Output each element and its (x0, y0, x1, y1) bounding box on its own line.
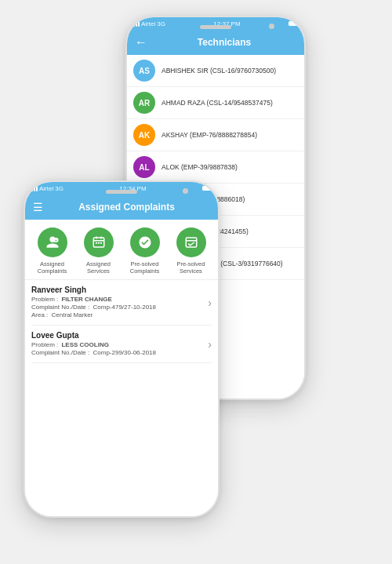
tech-name-1: ABHISHEK SIR (CSL-16/9760730500) (162, 67, 276, 75)
back-header-title: Technicians (152, 37, 296, 48)
tech-item-3[interactable]: AK AKSHAY (EMP-76/8888278854) (127, 119, 304, 151)
front-signal-bar-3 (36, 186, 38, 191)
phone-camera (269, 24, 274, 29)
icon-row: + Assigned Complaints Assigned Services … (25, 220, 218, 279)
front-carrier-label: Airtel (39, 185, 53, 192)
front-battery-icon (202, 186, 212, 191)
tech-item-4[interactable]: AL ALOK (EMP-39/9887838) (127, 151, 304, 184)
tech-item-2[interactable]: AR AHMAD RAZA (CSL-14/9548537475) (127, 87, 304, 119)
front-signal-area: Airtel 3G (31, 185, 64, 192)
complaint-item-2[interactable]: Lovee Gupta Problem : LESS COOLING Compl… (31, 326, 212, 363)
battery-fill (289, 22, 296, 25)
svg-point-8 (100, 242, 101, 244)
complaint-no-label-2: Complaint No./Date : (31, 349, 89, 356)
signal-bar-3 (138, 21, 140, 27)
complaint-arrow-2: › (208, 338, 212, 351)
tech-avatar-3: AK (133, 124, 155, 146)
signal-bars (133, 20, 140, 27)
svg-text:+: + (55, 238, 57, 242)
front-signal-bar-1 (31, 189, 33, 191)
svg-point-6 (95, 242, 96, 244)
complaint-no-1: Complaint No./Date : Comp-479/27-10-2018 (31, 304, 212, 311)
icon-label-3: Pre-solved Complaints (122, 260, 168, 275)
problem-label-2: Problem : (31, 341, 58, 348)
icon-col-3[interactable]: Pre-solved Complaints (122, 227, 168, 275)
tech-name-4: ALOK (EMP-39/9887838) (162, 163, 238, 171)
svg-point-7 (97, 242, 99, 244)
tech-avatar-4: AL (133, 156, 155, 178)
icon-label-1: Assigned Complaints (29, 260, 75, 275)
problem-value-1: FILTER CHANGE (61, 296, 111, 303)
complaint-arrow-1: › (208, 297, 212, 309)
tech-avatar-2: AR (133, 92, 155, 114)
complaint-no-value-2: Comp-299/30-06-2018 (93, 349, 157, 356)
assigned-services-icon (84, 227, 114, 257)
icon-label-2: Assigned Services (75, 260, 122, 275)
signal-bar-2 (136, 23, 137, 27)
icon-col-1[interactable]: + Assigned Complaints (29, 227, 75, 275)
front-signal-bar-2 (34, 187, 35, 191)
front-battery-fill (203, 187, 210, 190)
front-battery-body (202, 186, 212, 191)
complaint-problem-1: Problem : FILTER CHANGE (31, 296, 212, 303)
tech-avatar-1: AS (133, 60, 155, 82)
tech-name-3: AKSHAY (EMP-76/8888278854) (162, 131, 257, 139)
assigned-complaints-icon: + (38, 227, 67, 257)
icon-label-4: Pre-solved Services (168, 260, 214, 275)
tech-item-1[interactable]: AS ABHISHEK SIR (CSL-16/9760730500) (127, 55, 304, 87)
complaint-area-1: Area : Central Marker (31, 311, 212, 318)
problem-label-1: Problem : (31, 296, 58, 303)
front-phone-camera (183, 188, 188, 194)
phone-speaker (200, 25, 231, 29)
back-arrow-button[interactable]: ← (135, 35, 147, 49)
front-phone-speaker (106, 190, 137, 194)
complaint-name-1: Ranveer Singh (31, 286, 212, 294)
tech-name-2: AHMAD RAZA (CSL-14/9548537475) (162, 99, 273, 107)
complaint-item-1[interactable]: Ranveer Singh Problem : FILTER CHANGE Co… (31, 280, 212, 326)
battery-body (289, 21, 298, 26)
battery-icon (289, 21, 298, 26)
front-network-label: 3G (55, 185, 64, 192)
complaints-list: Ranveer Singh Problem : FILTER CHANGE Co… (25, 280, 218, 516)
complaint-no-value-1: Comp-479/27-10-2018 (93, 304, 157, 311)
network-label: 3G (157, 20, 165, 27)
signal-bar-1 (133, 24, 135, 27)
complaint-name-2: Lovee Gupta (31, 331, 212, 340)
svg-rect-9 (186, 238, 197, 247)
area-value-1: Central Marker (52, 311, 93, 318)
hamburger-button[interactable]: ☰ (33, 201, 43, 213)
complaint-no-label-1: Complaint No./Date : (31, 304, 89, 311)
back-header-bar: ← Technicians (127, 30, 304, 55)
carrier-label: Airtel (141, 20, 155, 27)
area-label-1: Area : (31, 311, 48, 318)
presolved-complaints-icon (130, 227, 160, 257)
icon-col-2[interactable]: Assigned Services (75, 227, 122, 275)
complaint-problem-2: Problem : LESS COOLING (31, 341, 212, 348)
front-phone: Airtel 3G 12:34 PM ☰ Assigned Complaints… (24, 180, 220, 518)
front-signal-bars (31, 185, 38, 191)
complaint-no-2: Complaint No./Date : Comp-299/30-06-2018 (31, 349, 212, 356)
presolved-services-icon (176, 227, 206, 257)
front-header-title: Assigned Complaints (43, 202, 210, 213)
icon-col-4[interactable]: Pre-solved Services (168, 227, 214, 275)
signal-area: Airtel 3G (133, 20, 165, 27)
problem-value-2: LESS COOLING (61, 341, 108, 348)
front-header-bar: ☰ Assigned Complaints (25, 195, 218, 220)
